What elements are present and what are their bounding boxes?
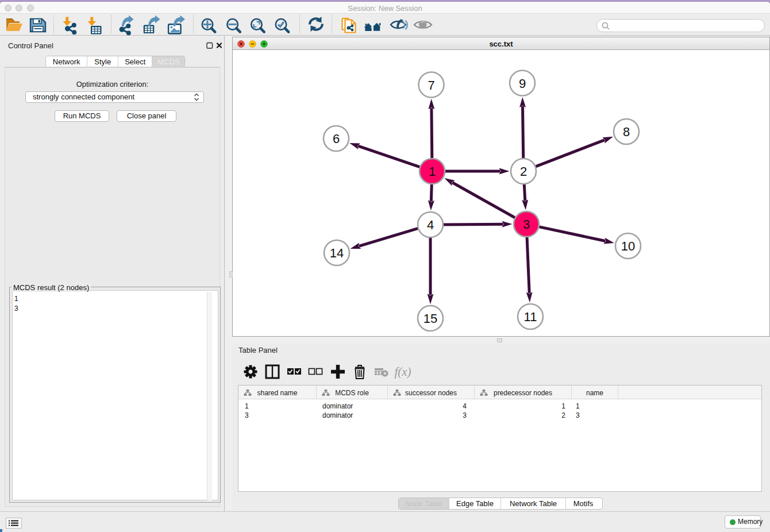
svg-text:f(x): f(x) [394,365,411,379]
svg-text:15: 15 [424,311,437,326]
svg-text:9: 9 [519,76,526,91]
svg-text:7: 7 [428,78,434,92]
svg-text:4: 4 [427,218,434,232]
svg-text:6: 6 [333,132,340,146]
svg-text:8: 8 [623,125,630,139]
svg-text:11: 11 [524,310,537,324]
svg-text:10: 10 [621,239,635,253]
svg-text:2: 2 [520,164,527,179]
svg-text:1: 1 [429,164,436,179]
svg-text:3: 3 [523,217,530,232]
svg-text:14: 14 [330,246,344,260]
